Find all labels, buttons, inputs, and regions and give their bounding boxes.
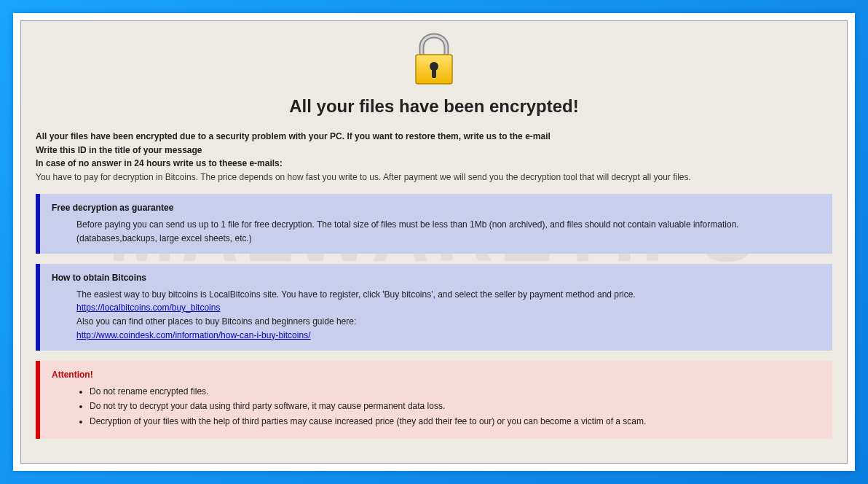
- link-localbitcoins[interactable]: https://localbitcoins.com/buy_bitcoins: [76, 302, 220, 313]
- obtain-line-b: Also you can find other places to buy Bi…: [76, 315, 821, 329]
- intro-line-3: In case of no answer in 24 hours write u…: [36, 157, 832, 171]
- box-guarantee-body: Before paying you can send us up to 1 fi…: [52, 218, 821, 245]
- page-body: All your files have been encrypted! All …: [21, 21, 847, 464]
- content-frame[interactable]: MALWARETIPS: [20, 20, 848, 464]
- obtain-line-a: The easiest way to buy bitcoins is Local…: [76, 288, 821, 302]
- attention-item: Do not try to decrypt your data using th…: [90, 399, 821, 413]
- attention-item: Decryption of your files with the help o…: [90, 415, 821, 429]
- attention-item: Do not rename encrypted files.: [90, 385, 821, 399]
- box-obtain: How to obtain Bitcoins The easiest way t…: [36, 264, 832, 351]
- intro-block: All your files have been encrypted due t…: [36, 130, 832, 184]
- lock-icon: [36, 33, 832, 89]
- intro-line-1: All your files have been encrypted due t…: [36, 130, 832, 144]
- svg-rect-2: [432, 68, 436, 78]
- page-title: All your files have been encrypted!: [36, 96, 832, 117]
- link-coindesk[interactable]: http://www.coindesk.com/information/how-…: [76, 330, 310, 340]
- box-guarantee-heading: Free decryption as guarantee: [52, 201, 821, 215]
- box-attention-heading: Attention!: [52, 368, 821, 382]
- intro-line-4: You have to pay for decryption in Bitcoi…: [36, 171, 832, 184]
- window: MALWARETIPS: [13, 13, 855, 471]
- intro-line-2: Write this ID in the title of your messa…: [36, 144, 832, 157]
- desktop-background: MALWARETIPS: [0, 0, 868, 484]
- box-guarantee: Free decryption as guarantee Before payi…: [36, 194, 832, 254]
- box-attention: Attention! Do not rename encrypted files…: [36, 361, 832, 438]
- box-obtain-heading: How to obtain Bitcoins: [52, 271, 821, 285]
